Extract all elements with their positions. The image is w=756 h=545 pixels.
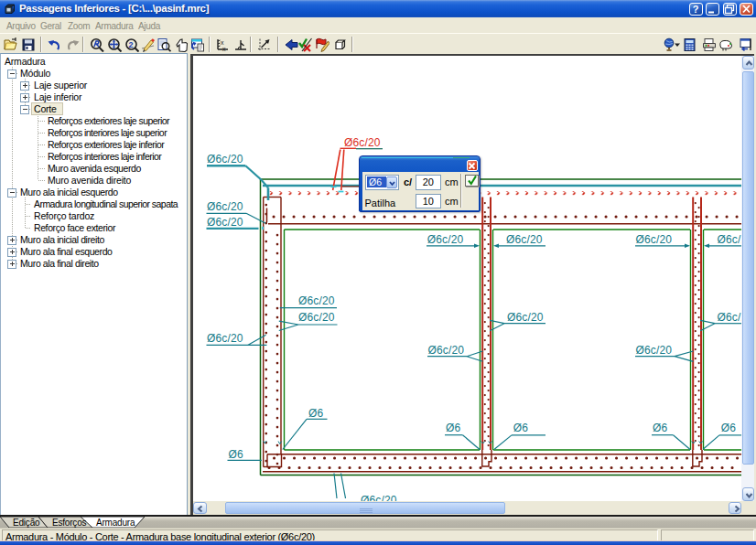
svg-text:Reforços exteriores laje super: Reforços exteriores laje superior [48, 115, 170, 126]
svg-text:Ø6: Ø6 [653, 422, 667, 434]
svg-text:Ø6c/20: Ø6c/20 [361, 494, 397, 501]
svg-text:Reforço face exterior: Reforço face exterior [34, 222, 116, 233]
svg-text:Ø6c/20: Ø6c/20 [298, 311, 335, 324]
svg-text:Ø6c/20: Ø6c/20 [636, 344, 673, 357]
svg-text:Ø6c/20: Ø6c/20 [207, 200, 243, 213]
svg-text:Laje superior: Laje superior [34, 80, 88, 91]
svg-text:Muro ala inicial esquerdo: Muro ala inicial esquerdo [20, 187, 118, 198]
svg-text:Ø6: Ø6 [721, 422, 736, 434]
svg-text:Reforços interiores laje super: Reforços interiores laje superior [48, 127, 167, 138]
svg-text:Muro ala final direito: Muro ala final direito [20, 258, 99, 269]
svg-text:Ø6c/20: Ø6c/20 [718, 311, 742, 324]
svg-text:2: 2 [129, 40, 134, 49]
svg-text:Ø6c/20: Ø6c/20 [207, 332, 243, 345]
svg-text:Armadura longitudinal superior: Armadura longitudinal superior sapata [34, 198, 178, 209]
svg-text:Ø6c/20: Ø6c/20 [298, 294, 335, 307]
svg-text:Ø6c/20: Ø6c/20 [344, 136, 381, 149]
svg-text:Armadura: Armadura [96, 518, 135, 528]
svg-text:Reforços interiores laje infer: Reforços interiores laje inferior [48, 151, 162, 162]
svg-text:Muro ala final esquerdo: Muro ala final esquerdo [20, 246, 113, 257]
svg-text:Laje inferior: Laje inferior [34, 91, 82, 102]
svg-text:Ø6c/20: Ø6c/20 [427, 233, 464, 246]
svg-text:Ø6c/20: Ø6c/20 [636, 233, 673, 246]
svg-text:Ø6c/20: Ø6c/20 [207, 153, 243, 166]
svg-text:Ø6: Ø6 [513, 422, 528, 434]
svg-text:Ø6c/20: Ø6c/20 [507, 311, 544, 324]
svg-text:Ø6: Ø6 [446, 422, 460, 434]
svg-text:Edição: Edição [13, 518, 40, 528]
svg-text:Ø6c/20: Ø6c/20 [428, 344, 465, 357]
svg-text:Corte: Corte [34, 103, 57, 114]
svg-text:Ø6c/20: Ø6c/20 [506, 233, 543, 246]
svg-text:Ø6c/20: Ø6c/20 [718, 233, 742, 246]
svg-text:Reforço tardoz: Reforço tardoz [34, 210, 94, 221]
svg-text:Reforços exteriores laje infer: Reforços exteriores laje inferior [48, 139, 165, 150]
svg-text:Módulo: Módulo [20, 68, 51, 79]
svg-text:Ø6: Ø6 [229, 448, 243, 461]
svg-text:Muro avenida esquerdo: Muro avenida esquerdo [48, 163, 141, 174]
svg-text:Ø6: Ø6 [308, 407, 323, 420]
svg-text:Muro avenida direito: Muro avenida direito [48, 175, 131, 186]
svg-text:Muro ala inicial direito: Muro ala inicial direito [20, 234, 105, 245]
svg-text:x: x [222, 46, 226, 52]
svg-text:Ø6c/20: Ø6c/20 [207, 216, 243, 229]
svg-text:Armadura: Armadura [5, 56, 46, 67]
svg-text:Esforços: Esforços [52, 518, 87, 528]
